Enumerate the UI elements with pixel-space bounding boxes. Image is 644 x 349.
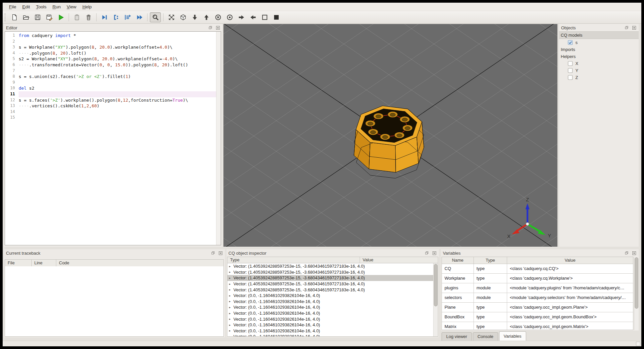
- inspector-row[interactable]: ▸Vector: (0.0, -1.1604610293826104e-16, …: [227, 304, 438, 310]
- save-button[interactable]: [32, 12, 43, 22]
- traceback-panel-close-button[interactable]: [218, 250, 223, 256]
- checkbox-unchecked[interactable]: [568, 61, 573, 66]
- zoom-button[interactable]: [150, 12, 161, 22]
- inspector-scrollbar-thumb[interactable]: [434, 264, 438, 306]
- variables-scrollbar[interactable]: [634, 257, 639, 330]
- save-as-button[interactable]: [44, 12, 55, 22]
- tree-item-y[interactable]: Y: [559, 67, 639, 74]
- code-line[interactable]: 1from cadquery import *: [5, 33, 216, 39]
- open-file-button[interactable]: [20, 12, 31, 22]
- expander-icon[interactable]: ▸: [227, 270, 233, 274]
- view-back-button[interactable]: [224, 12, 235, 22]
- code-line[interactable]: 13····.vertices().cskHole(1,2,60): [5, 103, 216, 109]
- tree-item-z[interactable]: Z: [559, 74, 639, 81]
- checkbox-checked[interactable]: [568, 40, 573, 45]
- inspector-row[interactable]: ▸Vector: (1.4053924288597253e-15, -3.680…: [227, 263, 438, 269]
- shaded-button[interactable]: [271, 12, 282, 22]
- variables-row[interactable]: selectorsmodule<module 'cadquery.selecto…: [442, 293, 633, 303]
- render-button[interactable]: [55, 12, 66, 22]
- code-editor[interactable]: 1from cadquery import *2 3s = Workplane(…: [5, 31, 221, 245]
- menu-file[interactable]: File: [6, 3, 19, 11]
- variables-row[interactable]: CQtype<class 'cadquery.cq.CQ'>: [442, 264, 633, 274]
- menu-view[interactable]: View: [64, 3, 79, 11]
- view-front-button[interactable]: [212, 12, 223, 22]
- inspector-row[interactable]: ▸Vector: (0.0, -1.1604610293826104e-16, …: [227, 299, 438, 305]
- inspector-panel-float-button[interactable]: [424, 250, 430, 256]
- menu-help[interactable]: Help: [79, 3, 95, 11]
- iso-view-button[interactable]: [177, 12, 188, 22]
- expander-icon[interactable]: ▸: [227, 323, 233, 327]
- traceback-panel-float-button[interactable]: [210, 250, 216, 256]
- viewport-3d[interactable]: ZXY: [223, 24, 557, 247]
- inspector-row[interactable]: ▸Vector: (1.4053924288597253e-15, -3.680…: [227, 275, 438, 281]
- code-line[interactable]: 3s = Workplane("XY").polygon(8, 20.0).wo…: [5, 44, 216, 50]
- expander-icon[interactable]: ▸: [227, 282, 233, 286]
- variables-row[interactable]: pluginsmodule<module 'cadquery.plugins' …: [442, 283, 633, 293]
- step-over-button[interactable]: [122, 12, 133, 22]
- expander-icon[interactable]: ▸: [227, 288, 233, 291]
- tree-item-helpers[interactable]: Helpers: [559, 53, 639, 60]
- tree-item-cq-models[interactable]: CQ models: [559, 31, 639, 39]
- expander-icon[interactable]: ▸: [227, 265, 233, 268]
- editor-panel-close-button[interactable]: [215, 25, 220, 30]
- inspector-row[interactable]: ▸Vector: (0.0, -1.1604610293826104e-16, …: [227, 310, 438, 316]
- tab-console[interactable]: Console: [473, 332, 498, 341]
- inspector-row[interactable]: ▸Vector: (1.4053924288597253e-15, -3.680…: [227, 281, 438, 287]
- variables-row[interactable]: Matrixtype<class 'cadquery.occ_impl.geom…: [442, 322, 633, 330]
- code-line[interactable]: 7: [5, 68, 216, 74]
- inspector-scrollbar[interactable]: [433, 263, 438, 336]
- expander-icon[interactable]: ▸: [227, 312, 233, 315]
- code-line[interactable]: 6····.transformed(rotate=Vector(0, 0, 15…: [5, 62, 216, 68]
- variables-scrollbar-thumb[interactable]: [635, 257, 638, 309]
- inspector-row[interactable]: ▸Vector: (0.0, -1.1604610293826104e-16, …: [227, 293, 438, 299]
- viewport-canvas[interactable]: ZXY: [223, 24, 557, 247]
- menu-edit[interactable]: Edit: [19, 3, 33, 11]
- inspector-row[interactable]: ▸Vector: (0.0, -1.1604610293826104e-16, …: [227, 322, 438, 328]
- variables-row[interactable]: Planetype<class 'cadquery.occ_impl.geom.…: [442, 303, 633, 312]
- code-line[interactable]: 12s = s.faces('>Z').workplane().polygon(…: [5, 97, 216, 103]
- tree-item-imports[interactable]: Imports: [559, 46, 639, 53]
- code-line[interactable]: 15: [5, 115, 216, 121]
- inspector-row[interactable]: ▸Vector: (0.0, -1.1604610293826104e-16, …: [227, 316, 438, 322]
- code-line[interactable]: 14: [5, 109, 216, 115]
- checkbox-unchecked[interactable]: [568, 75, 573, 80]
- tree-item-s[interactable]: s: [559, 39, 639, 46]
- new-file-button[interactable]: [9, 12, 20, 22]
- inspector-panel-close-button[interactable]: [432, 250, 437, 256]
- code-line[interactable]: 9: [5, 80, 216, 86]
- expander-icon[interactable]: ▸: [227, 317, 233, 321]
- tab-log-viewer[interactable]: Log viewer: [442, 332, 472, 341]
- menu-tools[interactable]: Tools: [33, 3, 50, 11]
- continue-button[interactable]: [134, 12, 145, 22]
- menu-run[interactable]: Run: [50, 3, 64, 11]
- view-right-button[interactable]: [236, 12, 247, 22]
- resize-grip[interactable]: [636, 342, 640, 346]
- inspector-row[interactable]: ▸Vector: (1.4053924288597253e-15, -3.680…: [227, 287, 438, 293]
- variables-row[interactable]: Workplanetype<class 'cadquery.cq.Workpla…: [442, 274, 633, 283]
- objects-panel-float-button[interactable]: [624, 25, 629, 30]
- variables-row[interactable]: BoundBoxtype<class 'cadquery.occ_impl.ge…: [442, 312, 633, 322]
- toolbar-handle[interactable]: [5, 13, 6, 21]
- editor-panel-float-button[interactable]: [208, 25, 213, 30]
- clipboard-button[interactable]: [71, 12, 82, 22]
- step-in-button[interactable]: [111, 12, 122, 22]
- expander-icon[interactable]: ▸: [227, 335, 233, 337]
- tab-variables[interactable]: Variables: [499, 331, 526, 341]
- expander-icon[interactable]: ▸: [227, 306, 233, 309]
- inspector-row[interactable]: ▸Vector: (0.0, -1.1604610293826104e-16, …: [227, 334, 438, 337]
- inspector-row[interactable]: ▸Vector: (0.0, -1.1604610293826104e-16, …: [227, 328, 438, 334]
- step-button[interactable]: [99, 12, 110, 22]
- expander-icon[interactable]: ▸: [227, 276, 233, 280]
- inspector-row[interactable]: ▸Vector: (1.4053924288597253e-15, -3.680…: [227, 269, 438, 275]
- view-left-button[interactable]: [247, 12, 258, 22]
- editor-scrollbar[interactable]: [216, 32, 221, 245]
- view-top-button[interactable]: [201, 12, 212, 22]
- code-line[interactable]: 11: [5, 91, 216, 97]
- delete-button[interactable]: [83, 12, 94, 22]
- expander-icon[interactable]: ▸: [227, 329, 233, 332]
- code-line[interactable]: 8s = s.union(s2).faces('>Z or <Z').fille…: [5, 74, 216, 80]
- expander-icon[interactable]: ▸: [227, 300, 233, 303]
- code-line[interactable]: 4····.polygon(8, 20).loft(): [5, 50, 216, 56]
- wireframe-button[interactable]: [259, 12, 270, 22]
- code-line[interactable]: 10del s2: [5, 85, 216, 91]
